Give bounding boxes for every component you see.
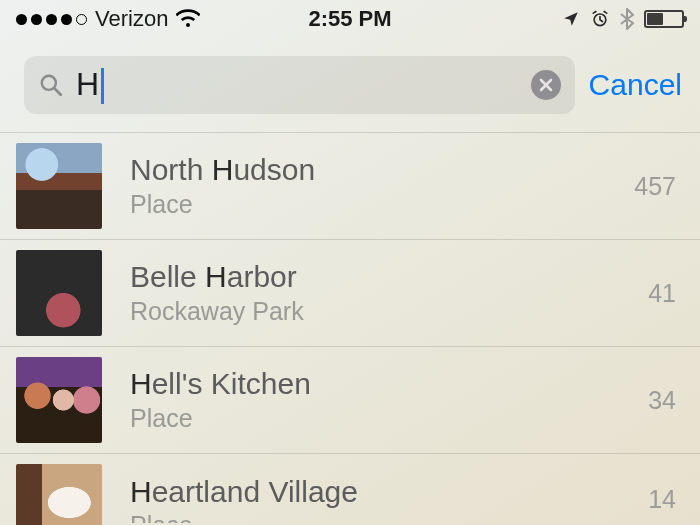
svg-line-2 xyxy=(54,88,61,95)
result-title: Hell's Kitchen xyxy=(130,367,604,402)
result-text: Hell's Kitchen Place xyxy=(130,367,604,433)
wifi-icon xyxy=(176,9,200,29)
search-query-text: H xyxy=(76,66,99,102)
result-row[interactable]: Hell's Kitchen Place 34 xyxy=(0,346,700,453)
location-icon xyxy=(562,10,580,28)
result-thumbnail xyxy=(16,143,102,229)
status-left: Verizon xyxy=(16,6,239,32)
result-count: 34 xyxy=(632,386,676,415)
result-thumbnail xyxy=(16,357,102,443)
result-thumbnail xyxy=(16,464,102,525)
result-title: Belle Harbor xyxy=(130,260,604,295)
alarm-icon xyxy=(590,9,610,29)
result-subtitle: Place xyxy=(130,190,604,219)
search-input[interactable]: H xyxy=(76,66,519,105)
status-right xyxy=(461,8,684,30)
search-field[interactable]: H xyxy=(24,56,575,114)
clock: 2:55 PM xyxy=(239,6,462,32)
result-row[interactable]: North Hudson Place 457 xyxy=(0,132,700,239)
result-count: 14 xyxy=(632,485,676,514)
search-bar: H Cancel xyxy=(0,38,700,132)
result-subtitle: Place xyxy=(130,511,604,523)
search-icon xyxy=(38,72,64,98)
result-subtitle: Rockaway Park xyxy=(130,297,604,326)
results-list: North Hudson Place 457 Belle Harbor Rock… xyxy=(0,132,700,525)
result-title: Heartland Village xyxy=(130,475,604,510)
result-row[interactable]: Belle Harbor Rockaway Park 41 xyxy=(0,239,700,346)
result-count: 41 xyxy=(632,279,676,308)
result-text: Heartland Village Place xyxy=(130,475,604,524)
clear-search-button[interactable] xyxy=(531,70,561,100)
result-text: Belle Harbor Rockaway Park xyxy=(130,260,604,326)
battery-icon xyxy=(644,10,684,28)
result-row[interactable]: Heartland Village Place 14 xyxy=(0,453,700,525)
result-thumbnail xyxy=(16,250,102,336)
result-subtitle: Place xyxy=(130,404,604,433)
result-title: North Hudson xyxy=(130,153,604,188)
result-text: North Hudson Place xyxy=(130,153,604,219)
signal-strength-icon xyxy=(16,14,87,25)
carrier-label: Verizon xyxy=(95,6,168,32)
result-count: 457 xyxy=(632,172,676,201)
bluetooth-icon xyxy=(620,8,634,30)
cancel-button[interactable]: Cancel xyxy=(589,68,682,102)
status-bar: Verizon 2:55 PM xyxy=(0,0,700,38)
text-cursor xyxy=(101,68,104,104)
